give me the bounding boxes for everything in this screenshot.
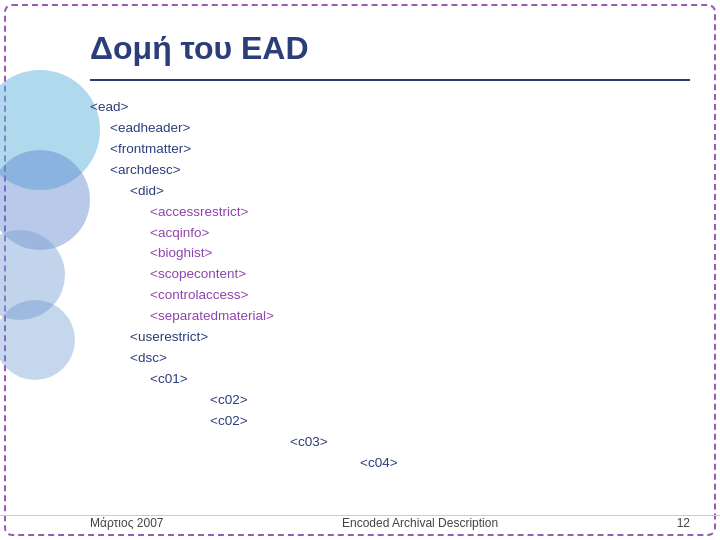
main-content: Δομή του EAD <ead> <eadheader> <frontmat… <box>90 30 690 490</box>
xml-structure: <ead> <eadheader> <frontmatter> <archdes… <box>90 97 690 474</box>
xml-line-userestrict: <userestrict> <box>90 327 690 348</box>
xml-line-c04: <c04> <box>90 453 690 474</box>
xml-line-ead: <ead> <box>90 97 690 118</box>
xml-line-separatedmaterial: <separatedmaterial> <box>90 306 690 327</box>
xml-line-accessrestrict: <accessrestrict> <box>90 202 690 223</box>
footer: Μάρτιος 2007 Encoded Archival Descriptio… <box>0 515 720 530</box>
xml-line-c02-1: <c02> <box>90 390 690 411</box>
xml-line-acqinfo: <acqinfo> <box>90 223 690 244</box>
xml-line-c01: <c01> <box>90 369 690 390</box>
left-decoration <box>0 50 100 450</box>
xml-line-did: <did> <box>90 181 690 202</box>
xml-line-archdesc: <archdesc> <box>90 160 690 181</box>
xml-line-dsc: <dsc> <box>90 348 690 369</box>
xml-line-c03: <c03> <box>90 432 690 453</box>
footer-date: Μάρτιος 2007 <box>90 516 163 530</box>
footer-page-number: 12 <box>677 516 690 530</box>
xml-line-c02-2: <c02> <box>90 411 690 432</box>
xml-line-bioghist: <bioghist> <box>90 243 690 264</box>
xml-line-controlaccess: <controlaccess> <box>90 285 690 306</box>
slide-title: Δομή του EAD <box>90 30 690 67</box>
xml-line-frontmatter: <frontmatter> <box>90 139 690 160</box>
footer-title: Encoded Archival Description <box>342 516 498 530</box>
decor-circle-4 <box>0 300 75 380</box>
title-divider <box>90 79 690 81</box>
xml-line-eadheader: <eadheader> <box>90 118 690 139</box>
xml-line-scopecontent: <scopecontent> <box>90 264 690 285</box>
